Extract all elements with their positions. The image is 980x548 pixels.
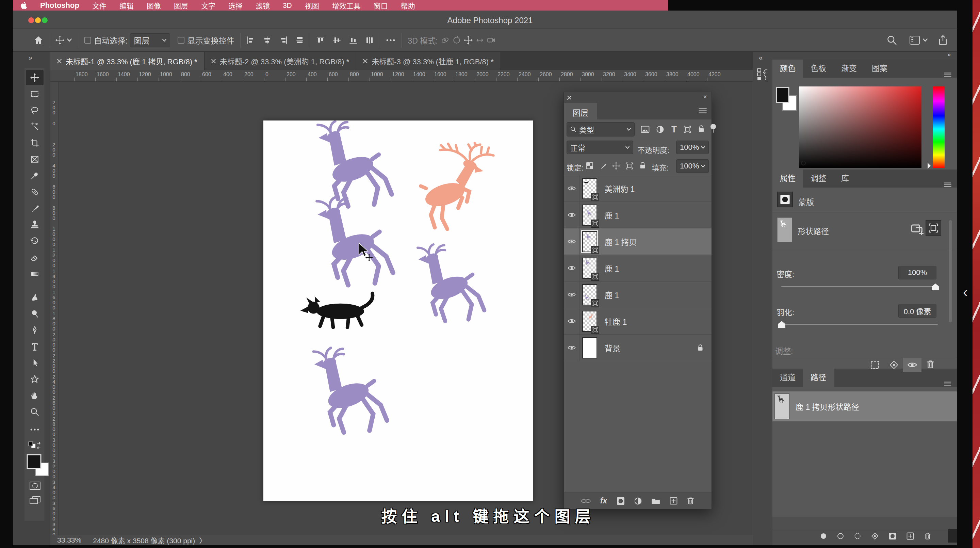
custom-shape-tool[interactable] [26,372,43,387]
tab-channels[interactable]: 通道 [772,367,803,387]
hand-tool[interactable] [26,388,43,403]
tab-libraries[interactable]: 库 [834,168,856,188]
expand-dock-icon[interactable]: » [29,54,32,62]
edit-toolbar-icon[interactable] [26,422,43,437]
panel-menu-icon[interactable] [944,72,951,78]
layer-visibility-toggle[interactable] [564,335,579,361]
selection-as-path-icon[interactable] [871,532,878,540]
filter-shape-layers-icon[interactable] [684,126,691,133]
layer-visibility-toggle[interactable] [564,282,579,308]
tab-gradients[interactable]: 渐变 [834,58,864,78]
document-tab-3[interactable]: 未标题-3 @ 33.3% (牡鹿 1, RGB/8) * [356,52,501,70]
density-slider-knob[interactable] [932,284,939,290]
move-tool[interactable] [26,70,43,85]
color-field[interactable] [799,86,921,168]
align-center-h-icon[interactable] [263,36,271,44]
color-field-cursor[interactable] [801,161,806,166]
layer-thumbnail[interactable] [582,284,597,305]
new-layer-icon[interactable] [670,497,678,505]
apple-logo-icon[interactable] [21,2,27,9]
align-left-icon[interactable] [247,36,255,44]
delete-path-icon[interactable] [924,532,931,540]
collapse-panels-icon[interactable]: « [759,54,762,62]
stroke-path-icon[interactable] [837,533,844,540]
menu-item-help[interactable]: 帮助 [401,0,415,11]
filter-pixel-layers-icon[interactable] [641,126,649,133]
history-panel-icon[interactable] [756,67,769,82]
close-panel-icon[interactable] [567,96,571,100]
layer-row[interactable]: 鹿 1 [564,255,711,282]
smudge-tool[interactable] [26,290,43,305]
mask-visibility-button[interactable] [903,358,921,372]
layer-row-background[interactable]: 背景 [564,335,711,361]
density-slider-track[interactable] [781,286,938,287]
menu-item-file[interactable]: 文件 [92,0,107,11]
default-colors-icon[interactable] [27,441,42,451]
hue-slider[interactable] [933,86,945,168]
layer-row-selected[interactable]: 鹿 1 拷贝 [564,228,711,255]
zoom-tool[interactable] [26,405,43,419]
panther-shape[interactable] [301,293,372,327]
crop-tool[interactable] [26,135,43,150]
share-icon[interactable] [938,35,948,46]
screen-mode-icon[interactable] [29,495,41,505]
filter-smart-objects-icon[interactable] [698,125,705,133]
panel-menu-icon[interactable] [698,108,707,114]
add-mask-icon[interactable] [911,221,924,235]
filter-toggle-icon[interactable] [710,124,716,134]
panel-scrollbar[interactable] [949,220,952,322]
path-selection-tool[interactable] [26,355,43,370]
auto-select-checkbox[interactable] [84,37,91,43]
spot-healing-brush-tool[interactable] [26,185,43,199]
layer-thumbnail[interactable] [582,258,597,279]
search-icon[interactable] [887,35,897,45]
lock-artboard-icon[interactable] [626,162,633,169]
filter-adjustment-layers-icon[interactable] [656,126,664,133]
filter-type-dropdown[interactable]: 类型 [566,122,635,137]
layer-visibility-toggle[interactable] [564,255,579,281]
auto-select-dropdown[interactable]: 图层 [130,33,170,47]
menu-item-image[interactable]: 图像 [147,0,161,11]
lock-all-icon[interactable] [640,162,646,169]
quick-mask-icon[interactable] [29,481,41,490]
status-chevron[interactable]: 〉 [199,535,206,545]
rectangular-marquee-tool[interactable] [26,86,43,102]
menu-item-view[interactable]: 视图 [305,0,319,11]
tab-color[interactable]: 颜色 [772,58,803,78]
collapse-group-icon[interactable]: » [947,51,951,58]
feather-slider-knob[interactable] [778,321,785,328]
filter-type-layers-icon[interactable]: T [671,124,677,135]
workspace-switcher[interactable] [909,35,928,45]
frame-tool[interactable] [26,152,43,167]
hue-slider-marker[interactable] [928,163,934,169]
document-canvas[interactable] [263,121,533,501]
fill-value[interactable]: 100% [676,159,709,173]
feather-slider-track[interactable] [781,324,938,325]
deer-shape-right[interactable] [417,244,484,321]
menu-item-photoshop[interactable]: Photoshop [40,1,79,10]
document-tab-1[interactable]: 未标题-1 @ 33.3% (鹿 1 拷贝, RGB/8) * [50,52,205,70]
dodge-tool[interactable] [26,306,43,321]
eyedropper-tool[interactable] [26,168,43,183]
vector-mask-button[interactable] [926,220,941,236]
home-button[interactable] [34,36,43,44]
layer-row[interactable]: 鹿 1 [564,282,711,308]
layer-thumbnail[interactable] [582,205,597,226]
distribute-h-icon[interactable] [296,36,304,44]
delete-mask-icon[interactable] [926,360,934,369]
eraser-tool[interactable] [26,250,43,265]
menu-item-filter[interactable]: 滤镜 [256,0,270,11]
panel-menu-icon[interactable] [944,381,951,387]
new-group-icon[interactable] [651,498,660,505]
type-tool[interactable] [26,339,43,354]
align-top-icon[interactable] [317,36,325,44]
lock-transparent-icon[interactable] [586,162,593,169]
tab-layers[interactable]: 图层 [564,103,597,119]
clone-stamp-tool[interactable] [26,217,43,232]
apply-mask-icon[interactable] [889,360,898,369]
history-brush-tool[interactable] [26,234,43,249]
document-tab-2[interactable]: 未标题-2 @ 33.3% (美洲豹 1, RGB/8) * [205,52,356,70]
tab-paths[interactable]: 路径 [803,367,834,387]
show-transform-checkbox[interactable] [178,37,185,43]
menu-item-window[interactable]: 窗口 [374,0,388,11]
